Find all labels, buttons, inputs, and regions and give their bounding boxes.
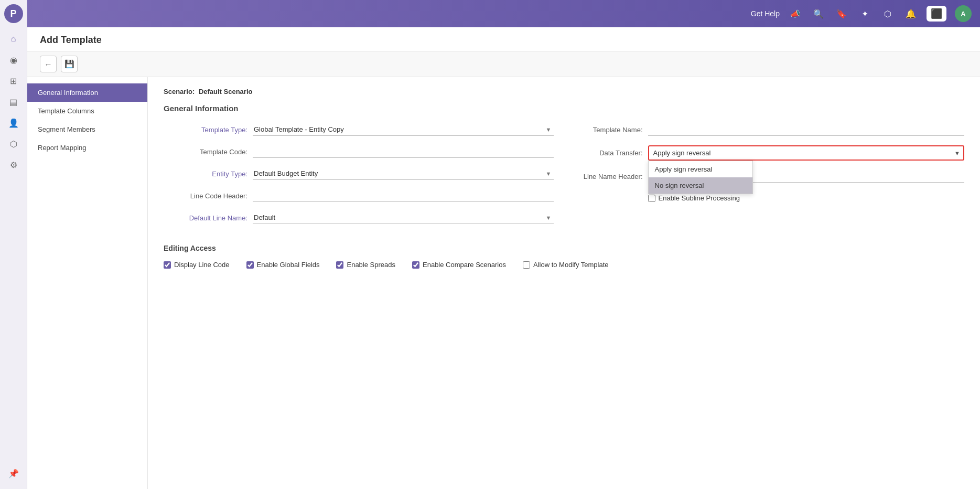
entity-type-select[interactable]: Default Budget Entity Custom Entity [253, 167, 554, 180]
sidebar-icon-user[interactable]: 👤 [4, 113, 23, 132]
app-logo: P [4, 4, 23, 23]
line-name-header-row: Line Name Header: [575, 170, 965, 183]
section-title: General Information [164, 104, 964, 113]
enable-subline-row: Enable Subline Processing [575, 192, 965, 202]
display-line-code-checkbox[interactable] [164, 261, 171, 269]
default-line-name-row: Default Line Name: Default ▼ [164, 211, 554, 224]
left-column: Template Type: Global Template - Entity … [164, 123, 554, 233]
template-code-row: Template Code: [164, 145, 554, 158]
top-nav: Get Help 📣 🔍 🔖 ✦ ⬡ 🔔 ⬛ A [27, 0, 980, 27]
bookmark-icon[interactable]: 🔖 [834, 6, 849, 21]
module-icon: ⬛ [931, 8, 942, 19]
page-title: Add Template [40, 35, 967, 46]
data-transfer-dropdown: Apply sign reversal No sign reversal [648, 161, 753, 194]
line-code-header-input[interactable] [253, 189, 554, 202]
nav-item-segment-members[interactable]: Segment Members [27, 120, 147, 139]
enable-global-fields-label: Enable Global Fields [257, 261, 320, 269]
checkbox-row: Display Line Code Enable Global Fields E… [164, 261, 964, 269]
entity-type-select-wrapper: Default Budget Entity Custom Entity ▼ [253, 167, 554, 180]
back-button[interactable]: ← [40, 56, 57, 72]
bell-icon[interactable]: 🔔 [903, 6, 918, 21]
sidebar-icon-chart[interactable]: ▤ [4, 92, 23, 111]
right-column: Template Name: Data Transfer: Apply sign… [575, 123, 965, 233]
template-name-row: Template Name: [575, 123, 965, 136]
megaphone-icon[interactable]: 📣 [788, 6, 803, 21]
sidebar-icon-home[interactable]: ⌂ [4, 29, 23, 48]
scenario-label: Scenario: Default Scenario [164, 88, 964, 95]
avatar[interactable]: A [955, 5, 972, 22]
dropdown-item-apply-sign[interactable]: Apply sign reversal [649, 161, 752, 177]
default-line-name-label: Default Line Name: [164, 214, 247, 222]
nav-item-general-information[interactable]: General Information [27, 83, 147, 102]
template-type-row: Template Type: Global Template - Entity … [164, 123, 554, 136]
template-type-select-wrapper: Global Template - Entity Copy Local Temp… [253, 123, 554, 136]
template-name-input[interactable] [648, 123, 965, 136]
save-button[interactable]: 💾 [61, 56, 78, 72]
get-help-label: Get Help [751, 9, 780, 18]
compass-icon[interactable]: ✦ [857, 6, 872, 21]
toolbar: ← 💾 [27, 51, 980, 77]
scenario-value: Default Scenario [199, 88, 253, 95]
sidebar-icon-gear[interactable]: ⚙ [4, 155, 23, 174]
cube-icon[interactable]: ⬡ [880, 6, 895, 21]
enable-global-fields-checkbox[interactable] [246, 261, 254, 269]
active-module-button[interactable]: ⬛ [927, 6, 946, 22]
entity-type-row: Entity Type: Default Budget Entity Custo… [164, 167, 554, 180]
checkbox-enable-global-fields: Enable Global Fields [246, 261, 320, 269]
template-type-label: Template Type: [164, 126, 247, 134]
template-code-input[interactable] [253, 145, 554, 158]
enable-spreads-checkbox[interactable] [336, 261, 343, 269]
content-area: Add Template ← 💾 General Information Tem… [27, 27, 980, 489]
dropdown-item-no-sign[interactable]: No sign reversal [649, 177, 752, 194]
sidebar-icon-shield[interactable]: ⬡ [4, 134, 23, 153]
line-code-header-label: Line Code Header: [164, 192, 247, 200]
checkbox-display-line-code: Display Line Code [164, 261, 230, 269]
sidebar-icon-grid[interactable]: ⊞ [4, 71, 23, 90]
checkbox-enable-spreads: Enable Spreads [336, 261, 395, 269]
get-help-link[interactable]: Get Help [751, 9, 780, 18]
allow-modify-template-checkbox[interactable] [523, 261, 530, 269]
form-area: Scenario: Default Scenario General Infor… [148, 77, 980, 489]
data-transfer-label: Data Transfer: [575, 149, 643, 157]
enable-subline-wrapper: Enable Subline Processing [648, 194, 740, 202]
data-transfer-select[interactable]: Apply sign reversal No sign reversal [648, 145, 965, 161]
entity-type-label: Entity Type: [164, 170, 247, 178]
enable-subline-label: Enable Subline Processing [659, 194, 740, 202]
left-nav: General Information Template Columns Seg… [27, 77, 148, 489]
editing-access-title: Editing Access [164, 244, 964, 252]
line-code-header-row: Line Code Header: [164, 189, 554, 202]
body-area: General Information Template Columns Seg… [27, 77, 980, 489]
enable-spreads-label: Enable Spreads [347, 261, 395, 269]
display-line-code-label: Display Line Code [174, 261, 230, 269]
editing-access-section: Editing Access Display Line Code Enable … [164, 244, 964, 269]
sidebar-icon-reports[interactable]: ◉ [4, 50, 23, 69]
page-header: Add Template [27, 27, 980, 51]
line-name-header-label: Line Name Header: [575, 173, 643, 180]
icon-sidebar: P ⌂ ◉ ⊞ ▤ 👤 ⬡ ⚙ 📌 [0, 0, 27, 489]
template-name-label: Template Name: [575, 126, 643, 134]
search-icon[interactable]: 🔍 [811, 6, 826, 21]
nav-item-report-mapping[interactable]: Report Mapping [27, 139, 147, 157]
default-line-name-select[interactable]: Default [253, 211, 554, 224]
main-wrapper: Get Help 📣 🔍 🔖 ✦ ⬡ 🔔 ⬛ A Add Template ← … [27, 0, 980, 489]
data-transfer-row: Data Transfer: Apply sign reversal No si… [575, 145, 965, 161]
template-type-select[interactable]: Global Template - Entity Copy Local Temp… [253, 123, 554, 136]
enable-compare-scenarios-checkbox[interactable] [412, 261, 419, 269]
enable-subline-checkbox[interactable] [648, 195, 655, 202]
data-transfer-wrapper: Apply sign reversal No sign reversal ▼ A… [648, 145, 965, 161]
checkbox-enable-compare-scenarios: Enable Compare Scenarios [412, 261, 506, 269]
allow-modify-template-label: Allow to Modify Template [533, 261, 609, 269]
checkbox-allow-modify-template: Allow to Modify Template [523, 261, 609, 269]
sidebar-icon-pin[interactable]: 📌 [4, 464, 23, 483]
default-line-name-select-wrapper: Default ▼ [253, 211, 554, 224]
nav-item-template-columns[interactable]: Template Columns [27, 102, 147, 120]
template-code-label: Template Code: [164, 148, 247, 156]
enable-compare-scenarios-label: Enable Compare Scenarios [423, 261, 506, 269]
